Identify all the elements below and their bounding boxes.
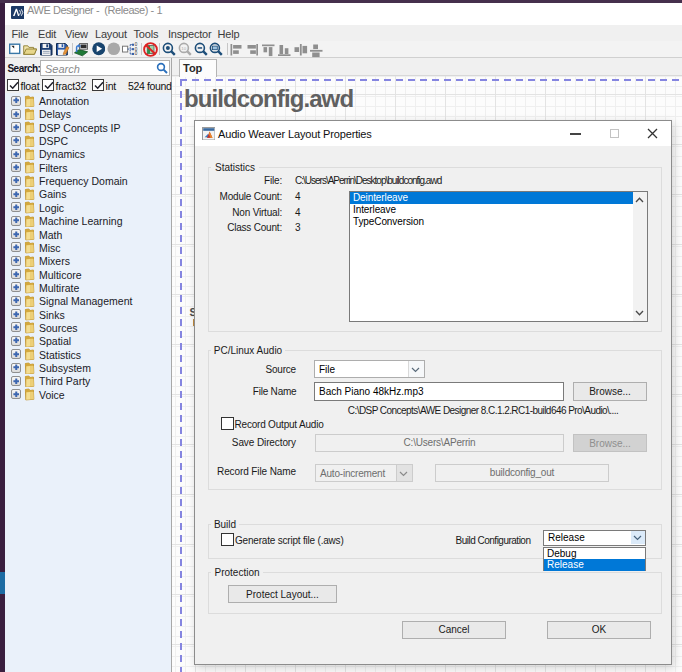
svg-text:0: 0 — [135, 51, 138, 56]
svg-text:10: 10 — [181, 46, 186, 51]
